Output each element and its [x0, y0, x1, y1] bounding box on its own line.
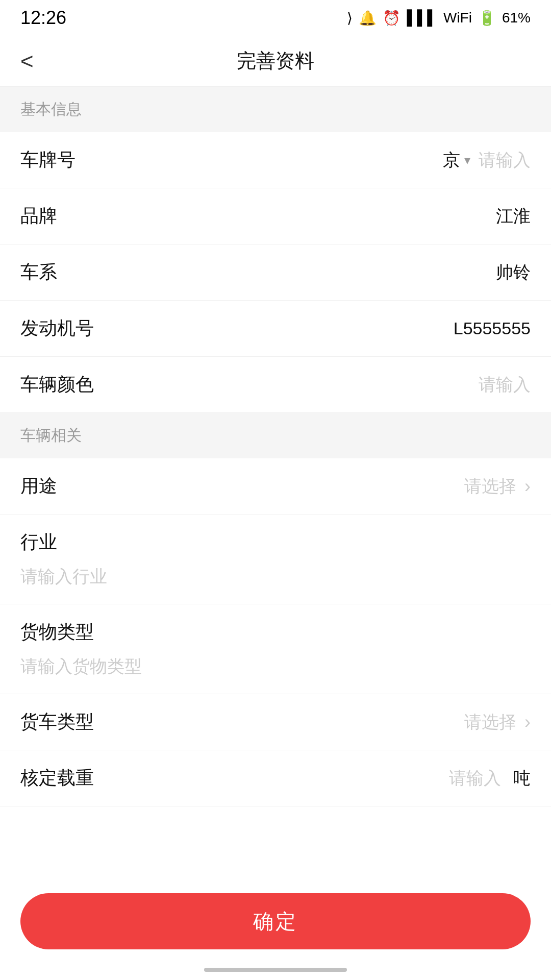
plate-number-input[interactable]: 请输入 — [479, 149, 531, 172]
series-label: 车系 — [20, 260, 112, 285]
series-row: 车系 帅铃 — [0, 244, 551, 301]
back-button[interactable]: < — [20, 48, 34, 74]
engine-number-row: 发动机号 L5555555 — [0, 301, 551, 357]
battery-charging-icon: 🔋 — [478, 10, 496, 27]
engine-number-value: L5555555 — [454, 318, 531, 338]
brand-row: 品牌 江淮 — [0, 188, 551, 244]
plate-prefix[interactable]: 京 ▾ — [443, 149, 470, 172]
signal-icon: ▌▌▌ — [407, 10, 437, 26]
brand-label: 品牌 — [20, 204, 112, 229]
vehicle-color-row[interactable]: 车辆颜色 请输入 — [0, 357, 551, 413]
battery-level: 61% — [502, 10, 531, 26]
usage-row[interactable]: 用途 请选择 › — [0, 458, 551, 514]
confirm-button[interactable]: 确定 — [20, 893, 531, 949]
ton-unit: 吨 — [513, 767, 531, 790]
alarm-icon: 🔔 — [359, 10, 377, 27]
industry-row[interactable]: 行业 请输入行业 — [0, 514, 551, 604]
home-indicator — [204, 968, 347, 972]
page-title: 完善资料 — [237, 48, 314, 74]
series-value: 帅铃 — [496, 261, 531, 284]
rated-load-input[interactable]: 请输入 — [449, 767, 501, 790]
usage-label: 用途 — [20, 474, 112, 499]
plate-number-row[interactable]: 车牌号 京 ▾ 请输入 — [0, 132, 551, 188]
vehicle-related-section-header: 车辆相关 — [0, 413, 551, 458]
basic-info-section-header: 基本信息 — [0, 87, 551, 132]
rated-load-label: 核定载重 — [20, 766, 112, 791]
cargo-type-label: 货物类型 — [20, 620, 531, 645]
plate-prefix-dropdown-icon[interactable]: ▾ — [464, 153, 470, 167]
status-bar: 12:26 ⟩ 🔔 ⏰ ▌▌▌ WiFi 🔋 61% — [0, 0, 551, 36]
wifi-icon: WiFi — [443, 10, 472, 26]
truck-type-row[interactable]: 货车类型 请选择 › — [0, 694, 551, 750]
status-time: 12:26 — [20, 7, 66, 29]
brand-value: 江淮 — [496, 205, 531, 228]
truck-type-value-area[interactable]: 请选择 › — [464, 710, 531, 734]
industry-input[interactable]: 请输入行业 — [20, 565, 531, 589]
truck-type-label: 货车类型 — [20, 709, 112, 734]
rated-load-value-area[interactable]: 请输入 吨 — [449, 767, 531, 790]
plate-number-label: 车牌号 — [20, 148, 112, 173]
usage-value-area[interactable]: 请选择 › — [464, 475, 531, 498]
engine-number-label: 发动机号 — [20, 316, 112, 341]
industry-label: 行业 — [20, 530, 531, 555]
rated-load-row[interactable]: 核定载重 请输入 吨 — [0, 750, 551, 806]
status-icons: ⟩ 🔔 ⏰ ▌▌▌ WiFi 🔋 61% — [347, 10, 531, 27]
page-header: < 完善资料 — [0, 36, 551, 87]
cargo-type-input[interactable]: 请输入货物类型 — [20, 655, 531, 678]
vehicle-color-input[interactable]: 请输入 — [479, 373, 531, 397]
confirm-button-container: 确定 — [0, 893, 551, 949]
plate-number-value-area[interactable]: 京 ▾ 请输入 — [443, 149, 531, 172]
usage-placeholder: 请选择 — [464, 475, 516, 498]
vehicle-color-label: 车辆颜色 — [20, 372, 112, 397]
cargo-type-row[interactable]: 货物类型 请输入货物类型 — [0, 604, 551, 694]
truck-type-chevron-icon: › — [524, 712, 531, 733]
location-icon: ⟩ — [347, 10, 353, 27]
truck-type-placeholder: 请选择 — [464, 710, 516, 734]
clock-icon: ⏰ — [383, 10, 400, 27]
usage-chevron-icon: › — [524, 476, 531, 497]
